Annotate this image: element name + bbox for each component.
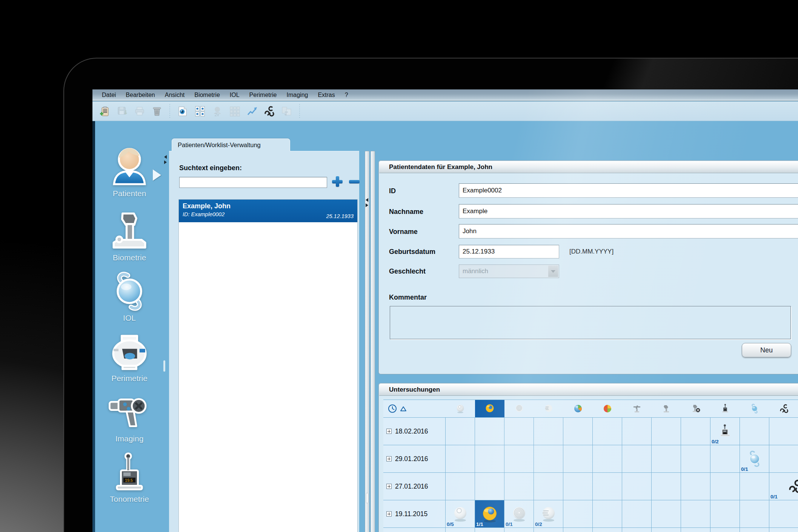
exam-cell-empty: [593, 500, 622, 527]
new-patient-button[interactable]: [98, 104, 112, 118]
sidebar-item-biometrie[interactable]: Biometrie: [98, 209, 161, 262]
exam-cell-tonometer-cell[interactable]: 0/2: [710, 418, 740, 445]
neu-button[interactable]: Neu: [742, 343, 791, 357]
exam-column-ball-sm[interactable]: [446, 400, 475, 417]
compare-exams-button[interactable]: [193, 104, 207, 118]
menu-biometrie[interactable]: Biometrie: [189, 89, 225, 101]
id-field[interactable]: [459, 183, 798, 198]
patient-name: Example, John: [183, 202, 354, 210]
expand-icon[interactable]: [386, 456, 392, 461]
delete-button[interactable]: [150, 104, 164, 118]
exam-column-device-a-sm[interactable]: [622, 400, 652, 417]
exam-count: 1/1: [476, 521, 483, 527]
expand-icon[interactable]: [386, 511, 392, 517]
menu-bearbeiten[interactable]: Bearbeiten: [121, 89, 160, 101]
sidebar-item-iol[interactable]: IOL: [98, 269, 161, 323]
vorname-field[interactable]: [459, 224, 798, 238]
sidebar-item-tonometrie[interactable]: 19.5Tonometrie: [98, 450, 161, 504]
menu-perimetrie[interactable]: Perimetrie: [244, 89, 282, 101]
exam-cell-ball-rings[interactable]: 0/1: [504, 500, 534, 527]
menu-ansicht[interactable]: Ansicht: [160, 89, 189, 101]
vorname-label: Vorname: [389, 228, 418, 236]
sidebar-item-imaging[interactable]: Imaging: [98, 390, 161, 443]
menu-extras[interactable]: Extras: [313, 89, 340, 101]
exam-cell-empty: [740, 473, 769, 500]
exam-cell-empty: [710, 445, 740, 472]
splitter-grab-handle[interactable]: [366, 493, 368, 503]
exam-column-device-x-sm[interactable]: [681, 400, 710, 417]
menu-?[interactable]: ?: [340, 89, 353, 101]
exam-cell-empty: [475, 418, 504, 445]
collapse-right-icon[interactable]: [164, 160, 167, 164]
exam-cell-empty: [504, 418, 534, 445]
exam-cell-empty: [563, 418, 593, 445]
menu-iol[interactable]: IOL: [225, 89, 244, 101]
search-input[interactable]: [179, 177, 327, 188]
exams-title: Untersuchungen: [379, 384, 798, 396]
expand-icon[interactable]: [386, 484, 392, 489]
combined-report-button[interactable]: [262, 104, 277, 118]
exam-column-iol-sm[interactable]: [740, 400, 769, 417]
exam-cell-iol-cell[interactable]: 0/1: [740, 445, 769, 472]
patient-search-panel: Suchtext eingeben: Example, JohnID: Exam…: [169, 151, 359, 532]
exam-cell-empty: [622, 418, 652, 445]
exam-cell-ball[interactable]: 0/5: [446, 500, 475, 527]
search-label: Suchtext eingeben:: [179, 164, 242, 172]
exam-cell-empty: [475, 528, 504, 532]
exam-cell-empty: [534, 418, 563, 445]
exam-date-column-header[interactable]: [383, 400, 446, 417]
save-button: [115, 104, 129, 118]
add-patient-button[interactable]: [331, 175, 343, 188]
expand-icon[interactable]: [386, 429, 392, 434]
trend-analysis-button[interactable]: [245, 104, 259, 118]
exam-column-combined-sm[interactable]: [769, 400, 798, 417]
exam-cell-empty: [622, 500, 652, 527]
geschlecht-value: männlich: [463, 268, 488, 275]
exam-cell-ball-lines[interactable]: 0/2: [534, 500, 563, 527]
exam-cell-empty: [740, 528, 769, 532]
view-exam-button[interactable]: [175, 104, 190, 118]
exams-box: Untersuchungen 18.02.20160/229.01.20160/…: [378, 383, 798, 532]
menu-datei[interactable]: Datei: [97, 89, 121, 101]
exam-cell-empty: [446, 445, 475, 472]
exam-column-ball-lines-sm[interactable]: [534, 400, 563, 417]
exam-cell-empty: [446, 473, 475, 500]
exam-cell-donut[interactable]: 1/1: [475, 500, 504, 527]
splitter-arrows[interactable]: [366, 197, 369, 209]
id-label: ID: [389, 187, 396, 195]
patient-list-row[interactable]: Example, JohnID: Example000225.12.1933: [179, 200, 357, 222]
exam-cell-empty: [563, 473, 593, 500]
exam-column-ball-rings-sm[interactable]: [504, 400, 534, 417]
patient-data-title: Patientendaten für Example, John: [379, 161, 798, 173]
menu-imaging[interactable]: Imaging: [282, 89, 313, 101]
exam-column-sphere-sm[interactable]: [563, 400, 593, 417]
panel-scrollbar[interactable]: [365, 151, 369, 532]
kommentar-field[interactable]: [390, 306, 791, 339]
sidebar-expand-arrow-icon[interactable]: [153, 169, 161, 181]
exam-cell-empty: [563, 445, 593, 472]
panel-collapse-arrows[interactable]: [164, 154, 168, 166]
exam-date: 18.02.2016: [395, 427, 428, 435]
sidebar-item-perimetrie[interactable]: Perimetrie: [98, 329, 161, 383]
exam-column-device-b-sm[interactable]: [652, 400, 681, 417]
sidebar-item-patienten[interactable]: Patienten: [98, 145, 161, 198]
exam-cell-empty: [504, 528, 534, 532]
exam-cell-combined-cell[interactable]: 0/1: [769, 473, 798, 500]
svg-text:2x: 2x: [214, 112, 219, 117]
exam-column-donut-sm[interactable]: [475, 400, 504, 417]
geburtsdatum-field[interactable]: [459, 245, 559, 258]
remove-patient-button[interactable]: [349, 175, 360, 188]
exam-cell-empty: [534, 528, 563, 532]
collapse-left-icon[interactable]: [164, 155, 167, 159]
exam-row: 18.02.20160/2: [383, 418, 798, 445]
exam-date: 29.01.2016: [395, 455, 428, 463]
panel-splitter[interactable]: [371, 151, 375, 532]
geschlecht-select: männlich: [459, 264, 559, 278]
exam-cell-empty: [563, 500, 593, 527]
exam-cell-empty: [593, 445, 622, 472]
exam-column-pie-sm[interactable]: [593, 400, 622, 417]
nachname-field[interactable]: [459, 204, 798, 218]
tab-patienten-worklist[interactable]: Patienten/Worklist-Verwaltung: [172, 138, 290, 151]
exam-column-tonometer-sm[interactable]: [710, 400, 740, 417]
sidebar-splitter-handle[interactable]: [163, 360, 165, 372]
